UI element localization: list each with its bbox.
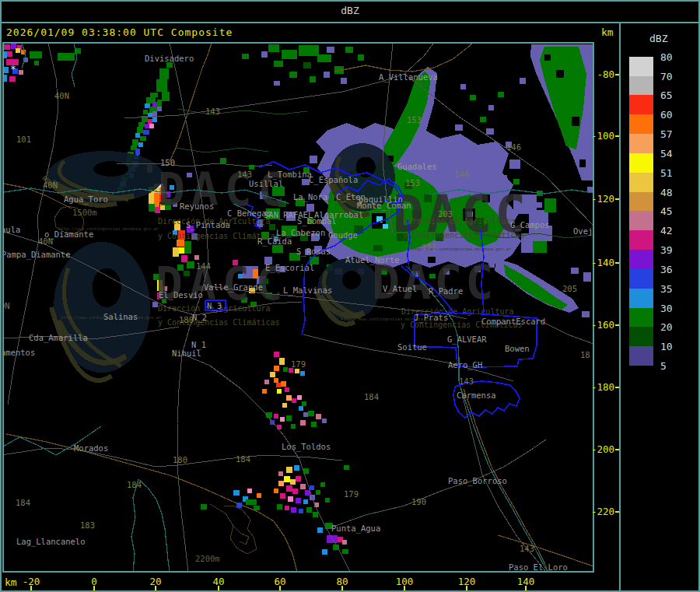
legend-value-label: 51 [660, 167, 673, 178]
road-label: 143 [520, 544, 534, 553]
radar-echo-cell [342, 540, 347, 545]
radar-echo-cell [460, 84, 466, 89]
radar-echo-cell [583, 272, 591, 282]
radar-echo-cell [274, 81, 280, 86]
radar-echo-cell [179, 247, 184, 254]
radar-echo-cell [327, 535, 338, 543]
radar-echo-cell [254, 506, 260, 510]
right-axis-tick: -100 [594, 130, 621, 141]
legend-swatch [629, 173, 653, 192]
road-label: 203 [438, 209, 453, 219]
radar-echo-cell [156, 79, 167, 92]
place-label: Atuel_Norte [345, 255, 400, 265]
radar-echo-cell [132, 139, 138, 145]
right-axis-tick: -120 [594, 193, 621, 204]
radar-echo-cell [344, 465, 349, 470]
legend-value-label: 65 [660, 89, 673, 100]
legend-swatch [629, 192, 653, 212]
radar-echo-cell [537, 202, 542, 208]
place-label: S_Pintada [186, 220, 230, 230]
radar-echo-cell [327, 47, 334, 53]
right-axis-tick: -80 [594, 68, 621, 79]
place-label: Goudge [328, 230, 358, 240]
road-label: 183 [80, 520, 95, 530]
radar-echo-cell [281, 381, 286, 387]
place-label: Carmensa [457, 391, 496, 400]
watermark-caption: y Contingencias Climáticas [403, 231, 525, 240]
radar-echo-cell [299, 406, 303, 411]
bottom-axis: km -20020406080100120140 [0, 573, 700, 592]
radar-echo-cell [498, 175, 507, 183]
legend-value-label: 42 [660, 225, 673, 236]
radar-echo-cell [316, 490, 320, 495]
radar-echo-cell [533, 241, 547, 253]
right-axis-tick: -200 [594, 443, 621, 454]
place-label: 150 [160, 158, 175, 167]
place-label: o_Diamante [44, 229, 93, 240]
radar-echo-cell [268, 44, 279, 52]
road-label: 171 [422, 243, 436, 252]
legend-value-label: 70 [660, 71, 673, 82]
radar-echo-cell [300, 484, 306, 489]
place-label: N_1 [191, 340, 206, 350]
legend-swatch [629, 114, 653, 134]
radar-echo-cell [264, 380, 269, 384]
radar-echo-cell [288, 496, 293, 502]
radar-echo-cell [324, 72, 330, 78]
road-label: 180 [173, 455, 187, 464]
radar-echo-cell [297, 395, 302, 400]
radar-echo-cell [300, 371, 305, 376]
legend-value-label: 10 [660, 341, 673, 352]
radar-echo-cell [3, 67, 9, 73]
right-axis-tick-label: -200 [591, 443, 614, 455]
legend-value-label: 57 [660, 128, 673, 139]
place-label: Usillal [249, 179, 283, 188]
radar-echo-cell [135, 149, 140, 155]
radar-echo-cell [143, 110, 148, 114]
radar-echo-cell [162, 92, 170, 101]
radar-echo-cell [470, 95, 476, 100]
radar-echo-cell [152, 102, 157, 107]
radar-echo-cell [544, 54, 551, 61]
radar-echo-cell [277, 425, 282, 429]
legend-value-label: 54 [660, 148, 673, 159]
radar-echo-cell [300, 420, 306, 426]
legend-swatch [629, 230, 653, 250]
radar-echo-cell [480, 117, 486, 122]
radar-echo-cell [3, 44, 10, 50]
page-title: dBZ [341, 5, 359, 16]
radar-echo-cell [173, 247, 179, 257]
road-label: 143 [459, 377, 474, 386]
radar-echo-cell [338, 537, 343, 542]
place-label: CompantEscard [481, 317, 545, 326]
radar-echo-cell [358, 54, 364, 61]
legend-value-label: 80 [660, 51, 673, 62]
dbz-legend: dBZ 807065605754514845423936353020105 [621, 0, 700, 592]
place-label: Reyunos [180, 201, 214, 211]
radar-echo-cell [145, 103, 150, 108]
radar-echo-cell [242, 54, 249, 59]
radar-echo-cell [513, 179, 520, 184]
radar-echo-cell [279, 358, 285, 365]
right-axis-tick-label: -180 [591, 381, 614, 393]
radar-echo-cell [177, 240, 184, 247]
right-axis-tick-label: -120 [591, 193, 614, 205]
radar-app-window: dBZ 2026/01/09 03:38:00 UTC Composite km… [0, 0, 700, 592]
road-label: 144 [196, 261, 211, 271]
road-label: 18 [580, 350, 590, 359]
radar-echo-cell [322, 419, 327, 423]
right-axis-tick-label: -160 [591, 319, 614, 331]
radar-echo-cell [316, 414, 321, 419]
radar-echo-cell [289, 72, 297, 78]
radar-echo-cell [157, 100, 162, 107]
radar-echo-cell [270, 372, 275, 377]
radar-echo-cell [34, 61, 39, 65]
radar-echo-cell [58, 53, 75, 61]
radar-echo-cell [274, 366, 279, 371]
place-label: Lag_Llancanelo [16, 537, 86, 547]
legend-value-label: 39 [660, 244, 673, 255]
radar-map-canvas: DACCDirección de Agriculturay Contingenc… [2, 42, 594, 573]
radar-echo-cell [220, 158, 226, 163]
place-label: Soitue [397, 342, 427, 352]
radar-echo-cell [274, 61, 283, 67]
